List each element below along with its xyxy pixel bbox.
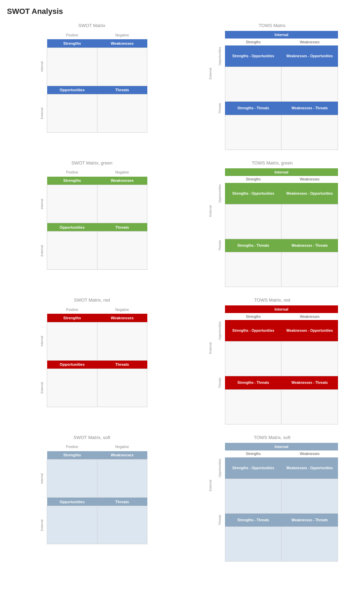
swot-r-opportunities-header: Opportunities xyxy=(47,360,97,369)
swot-red-block: SWOT Matrix, red Positive Negative Stren… xyxy=(7,297,177,407)
swot-r-external-label: External xyxy=(36,369,47,407)
tows-s-weaknesses-col: Weaknesses xyxy=(281,450,338,457)
swot-s-opportunities-cell xyxy=(47,506,97,544)
tows-g-wt-header: Weaknesses - Threats xyxy=(281,239,338,252)
tows-g-so-header: Strengths - Opportunities xyxy=(225,183,281,204)
tows-r-so-header: Strengths - Opportunities xyxy=(225,320,281,342)
tows-g-wo-header: Weaknesses - Opportunities xyxy=(281,183,338,204)
tows-r-so-cell xyxy=(225,342,281,376)
tows-strengths-col: Strengths xyxy=(225,39,281,45)
tows-s-wt-header: Weaknesses - Threats xyxy=(281,513,338,527)
tows-s-so-cell xyxy=(225,479,281,513)
row-2: SWOT Matrix, green Positive Negative Str… xyxy=(7,160,357,287)
swot-g-threats-header: Threats xyxy=(97,223,147,231)
swot-blue-block: SWOT Matrix Positive Negative Strengths … xyxy=(7,23,177,133)
swot-threats-cell xyxy=(97,94,147,132)
tows-weaknesses-col: Weaknesses xyxy=(281,39,338,45)
swot-green-title: SWOT Matrix, green xyxy=(71,160,112,166)
swot-g-internal-label: Internal xyxy=(36,185,47,223)
tows-blue-table: Internal Strengths Weaknesses External O… xyxy=(206,31,338,150)
tows-green-table: Internal Strengths Weaknesses External O… xyxy=(206,168,338,287)
swot-r-strengths-header: Strengths xyxy=(47,314,97,322)
tows-red-block: TOWS Matrix, red Internal Strengths Weak… xyxy=(187,297,357,424)
swot-threats-header: Threats xyxy=(97,86,147,94)
swot-r-negative-label: Negative xyxy=(97,305,147,314)
swot-opportunities-header: Opportunities xyxy=(47,86,97,94)
tows-s-wo-cell xyxy=(281,479,338,513)
tows-s-wt-cell xyxy=(281,527,338,562)
tows-green-block: TOWS Matrix, green Internal Strengths We… xyxy=(187,160,357,287)
tows-soft-title: TOWS Matrix, soft xyxy=(254,435,291,440)
tows-r-wo-header: Weaknesses - Opportunities xyxy=(281,320,338,342)
tows-wo-header: Weaknesses - Opportunities xyxy=(281,45,338,67)
tows-g-st-header: Strengths - Threats xyxy=(225,239,281,252)
row-1: SWOT Matrix Positive Negative Strengths … xyxy=(7,23,357,150)
tows-st-cell xyxy=(225,115,281,150)
tows-r-st-header: Strengths - Threats xyxy=(225,376,281,390)
tows-s-st-header: Strengths - Threats xyxy=(225,513,281,527)
tows-red-title: TOWS Matrix, red xyxy=(254,297,290,303)
tows-g-threats-label: Threats xyxy=(215,239,225,252)
tows-blue-title: TOWS Matrix xyxy=(259,23,286,28)
tows-g-wo-cell xyxy=(281,204,338,239)
swot-g-negative-label: Negative xyxy=(97,168,147,177)
swot-g-strengths-header: Strengths xyxy=(47,177,97,185)
tows-r-internal-header: Internal xyxy=(225,305,338,313)
swot-internal-label: Internal xyxy=(36,48,47,86)
swot-s-weaknesses-cell xyxy=(97,460,147,498)
tows-s-internal-header: Internal xyxy=(225,443,338,450)
swot-r-opportunities-cell xyxy=(47,369,97,407)
swot-r-threats-cell xyxy=(97,369,147,407)
swot-g-weaknesses-cell xyxy=(97,185,147,223)
tows-r-opportunities-label: Opportunities xyxy=(215,320,225,342)
tows-r-wt-cell xyxy=(281,389,338,424)
tows-opportunities-label: Opportunities xyxy=(215,45,225,67)
tows-blue-block: TOWS Matrix Internal Strengths Weaknesse… xyxy=(187,23,357,150)
tows-so-header: Strengths - Opportunities xyxy=(225,45,281,67)
tows-r-st-cell xyxy=(225,389,281,424)
tows-r-weaknesses-col: Weaknesses xyxy=(281,313,338,320)
tows-s-opportunities-label: Opportunities xyxy=(215,457,225,479)
swot-opportunities-cell xyxy=(47,94,97,132)
tows-r-strengths-col: Strengths xyxy=(225,313,281,320)
tows-g-external-label: External xyxy=(206,183,215,239)
swot-r-threats-header: Threats xyxy=(97,360,147,369)
tows-r-external-label: External xyxy=(206,320,215,376)
swot-s-opportunities-header: Opportunities xyxy=(47,498,97,506)
swot-red-table: Positive Negative Strengths Weaknesses I… xyxy=(36,305,147,407)
swot-r-weaknesses-cell xyxy=(97,322,147,360)
tows-internal-header: Internal xyxy=(225,31,338,39)
swot-g-threats-cell xyxy=(97,231,147,270)
tows-s-so-header: Strengths - Opportunities xyxy=(225,457,281,479)
tows-g-strengths-col: Strengths xyxy=(225,176,281,183)
swot-s-negative-label: Negative xyxy=(97,443,147,451)
tows-soft-block: TOWS Matrix, soft Internal Strengths Wea… xyxy=(187,435,357,562)
tows-so-cell xyxy=(225,67,281,102)
tows-wt-cell xyxy=(281,115,338,150)
tows-s-external-label: External xyxy=(206,457,215,514)
swot-r-weaknesses-header: Weaknesses xyxy=(97,314,147,322)
tows-s-wo-header: Weaknesses - Opportunities xyxy=(281,457,338,479)
tows-g-internal-header: Internal xyxy=(225,168,338,176)
swot-g-external-label: External xyxy=(36,231,47,270)
tows-r-wt-header: Weaknesses - Threats xyxy=(281,376,338,390)
swot-s-positive-label: Positive xyxy=(47,443,97,451)
tows-s-strengths-col: Strengths xyxy=(225,450,281,457)
tows-s-st-cell xyxy=(225,527,281,562)
tows-g-wt-cell xyxy=(281,252,338,287)
row-3: SWOT Matrix, red Positive Negative Stren… xyxy=(7,297,357,424)
swot-weaknesses-cell xyxy=(97,48,147,86)
tows-g-so-cell xyxy=(225,204,281,239)
tows-g-st-cell xyxy=(225,252,281,287)
swot-green-table: Positive Negative Strengths Weaknesses I… xyxy=(36,168,147,270)
swot-g-opportunities-header: Opportunities xyxy=(47,223,97,231)
swot-s-strengths-cell xyxy=(47,460,97,498)
tows-r-wo-cell xyxy=(281,342,338,376)
swot-strengths-header: Strengths xyxy=(47,39,97,48)
swot-positive-label: Positive xyxy=(47,31,97,39)
swot-g-positive-label: Positive xyxy=(47,168,97,177)
tows-st-header: Strengths - Threats xyxy=(225,102,281,115)
tows-g-opportunities-label: Opportunities xyxy=(215,183,225,204)
tows-r-threats-label: Threats xyxy=(215,376,225,390)
swot-g-weaknesses-header: Weaknesses xyxy=(97,177,147,185)
